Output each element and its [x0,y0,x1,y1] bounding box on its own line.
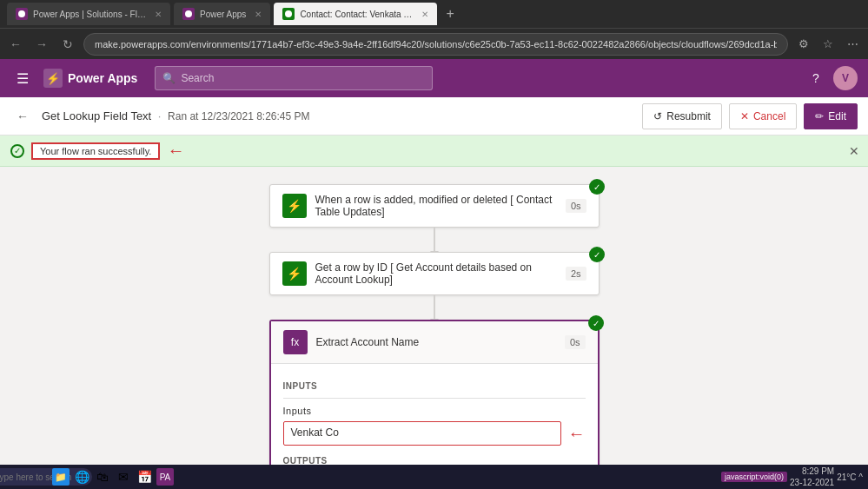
taskbar-calendar-icon[interactable]: 📅 [136,468,153,486]
flow-title: Get Lookup Field Text · Ran at 12/23/202… [42,109,310,122]
tab3-close[interactable]: ✕ [421,10,428,19]
forward-button[interactable]: → [31,34,52,55]
app-logo: ⚡ Power Apps [43,69,137,88]
flow-node-2[interactable]: ⚡ Get a row by ID [ Get Account details … [269,252,600,295]
hamburger-menu-icon[interactable]: ☰ [10,66,35,90]
taskbar-pa-icon[interactable]: PA [156,468,174,486]
svg-point-2 [285,10,292,17]
browser-tab-2[interactable]: Power Apps ✕ [174,3,270,25]
success-check-icon: ✓ [10,144,24,158]
address-input[interactable] [83,33,788,56]
edit-button[interactable]: ✏ Edit [804,103,858,129]
flow-node-1[interactable]: ⚡ When a row is added, modified or delet… [269,184,600,228]
taskbar-mail-icon[interactable]: ✉ [115,468,132,486]
inputs-divider [283,398,586,399]
taskbar-edge-icon[interactable]: 🌐 [73,468,90,486]
taskbar-time-text: 8:29 PM [790,466,834,477]
star-icon[interactable]: ☆ [818,34,838,55]
node3-header: fx Extract Account Name 0s ✓ [271,321,598,364]
taskbar-explorer-icon[interactable]: 📁 [52,468,70,486]
tab1-label: Power Apps | Solutions - Flows [33,10,146,19]
browser-icons: ⚙ ☆ ⋯ [793,34,863,55]
main-content: ⚡ When a row is added, modified or delet… [0,167,868,470]
close-banner-button[interactable]: ✕ [849,144,859,158]
node1-badge: ✓ [589,179,605,195]
inputs-sub-label: Inputs [283,406,586,416]
tab2-close[interactable]: ✕ [255,10,262,19]
browser-tab-3[interactable]: Contact: Contact: Venkata Subb... ✕ [274,3,437,25]
flow-container: ⚡ When a row is added, modified or delet… [252,184,617,470]
node3-time: 0s [565,335,586,349]
app-header: ☰ ⚡ Power Apps 🔍 ? V [0,59,868,97]
edit-label: Edit [828,110,846,122]
node2-time: 2s [566,267,586,281]
flow-title-separator: · [158,109,164,122]
flow-node-3[interactable]: fx Extract Account Name 0s ✓ INPUTS Inpu… [269,320,600,470]
resubmit-label: Resubmit [666,110,711,122]
node1-label: When a row is added, modified or deleted… [315,194,557,218]
app-logo-text: Power Apps [68,71,137,85]
taskbar-right: javascript:void(0) 8:29 PM 23-12-2021 21… [721,466,863,488]
svg-text:⚡: ⚡ [46,71,61,86]
tab1-close[interactable]: ✕ [155,10,162,19]
address-bar-row: ← → ↻ ⚙ ☆ ⋯ [0,28,868,59]
cancel-icon: ✕ [740,110,749,122]
success-red-arrow: ← [167,141,184,161]
flow-run-time: Ran at 12/23/2021 8:26:45 PM [168,110,309,122]
svg-point-1 [185,10,192,17]
js-void-badge: javascript:void(0) [721,472,787,482]
back-button[interactable]: ← [5,34,26,55]
flow-title-text: Get Lookup Field Text [42,109,151,122]
header-right: ? V [804,66,858,90]
taskbar-search-icon[interactable] [31,468,49,486]
new-tab-button[interactable]: + [441,6,459,22]
cancel-label: Cancel [753,110,785,122]
browser-tab-1[interactable]: Power Apps | Solutions - Flows ✕ [7,3,170,25]
cancel-button[interactable]: ✕ Cancel [729,103,797,129]
node2-icon: ⚡ [282,261,307,286]
resubmit-button[interactable]: ↺ Resubmit [642,103,722,129]
extensions-icon[interactable]: ⚙ [793,34,814,55]
more-icon[interactable]: ⋯ [842,34,863,55]
browser-chrome: Power Apps | Solutions - Flows ✕ Power A… [0,0,868,28]
user-avatar[interactable]: V [833,66,858,90]
header-search-icon: 🔍 [162,72,176,84]
node2-badge: ✓ [589,247,605,262]
node3-badge: ✓ [588,315,604,331]
taskbar: 📁 🌐 🛍 ✉ 📅 PA javascript:void(0) 8:29 PM … [0,465,868,489]
powerapps-logo-icon: ⚡ [43,69,63,88]
success-banner: ✓ Your flow ran successfully. ← ✕ [0,135,868,167]
node3-icon: fx [283,330,308,354]
success-message: Your flow ran successfully. [31,142,160,160]
input-value-box: Venkat Co [283,421,561,446]
header-search-box[interactable]: 🔍 [155,66,433,90]
node2-label: Get a row by ID [ Get Account details ba… [315,261,557,286]
edit-icon: ✏ [815,110,824,122]
node1-icon: ⚡ [282,194,307,218]
tab3-label: Contact: Contact: Venkata Subb... [300,10,413,19]
inputs-section-label: INPUTS [283,381,586,391]
taskbar-clock: 8:29 PM 23-12-2021 [790,466,834,488]
refresh-button[interactable]: ↻ [57,34,78,55]
resubmit-icon: ↺ [653,110,662,122]
node3-label: Extract Account Name [316,336,556,348]
flow-back-button[interactable]: ← [10,104,35,129]
input-field-row: Venkat Co ← [283,421,586,446]
taskbar-weather: 21°C ^ [837,472,863,482]
connector-1 [434,228,435,252]
taskbar-date-text: 23-12-2021 [790,477,834,488]
input-red-arrow: ← [568,424,586,444]
node1-time: 0s [566,199,586,213]
help-icon[interactable]: ? [804,66,828,90]
taskbar-store-icon[interactable]: 🛍 [94,468,111,486]
svg-point-0 [18,10,25,17]
flow-toolbar: ← Get Lookup Field Text · Ran at 12/23/2… [0,97,868,135]
connector-2 [434,295,435,320]
tab2-label: Power Apps [200,10,246,19]
header-search-input[interactable] [181,72,425,84]
node3-body: INPUTS Inputs Venkat Co ← OUTPUTS Output… [271,373,598,470]
